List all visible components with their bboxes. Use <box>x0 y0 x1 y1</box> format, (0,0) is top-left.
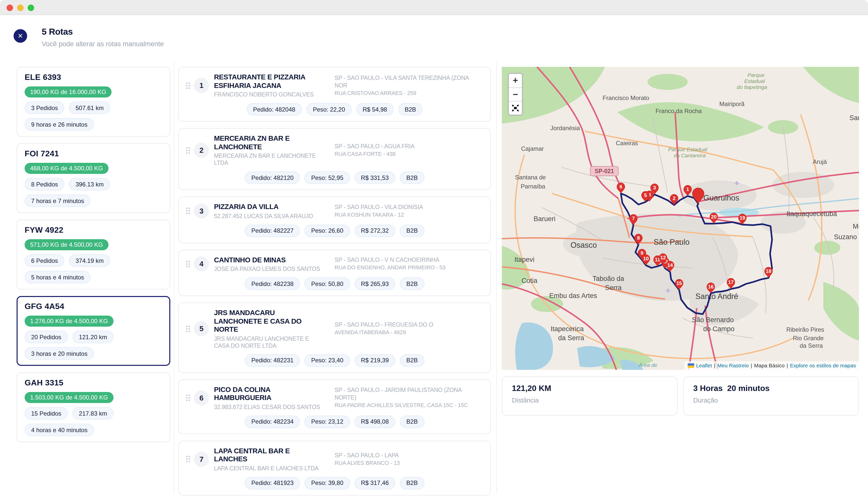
svg-text:Embu das Artes: Embu das Artes <box>549 292 597 300</box>
svg-text:San: San <box>850 114 859 122</box>
stop-card[interactable]: 2 MERCEARIA ZN BAR E LANCHONETE MERCEARI… <box>178 128 491 190</box>
svg-text:5: 5 <box>644 193 647 198</box>
leaflet-link[interactable]: Leaflet <box>696 362 712 368</box>
svg-text:do Campo: do Campo <box>703 325 735 333</box>
duration-chip: 9 horas e 26 minutos <box>25 118 94 131</box>
meu-rastreio-link[interactable]: Meu Rastreio <box>717 362 749 368</box>
capacity-badge: 468,00 KG de 4.500,00 KG <box>25 163 108 174</box>
stop-card[interactable]: 6 PICO DA COLINA HAMBURGUERIA 32.983.672… <box>178 379 491 434</box>
svg-text:São Bernardo: São Bernardo <box>692 316 734 324</box>
capacity-badge: 190,00 KG de 16.000,00 KG <box>25 87 112 97</box>
drag-handle-icon[interactable] <box>186 146 194 154</box>
stop-card[interactable]: 5 JRS MANDACARU LANCHONETE E CASA DO NOR… <box>178 302 491 372</box>
svg-text:Caieiras: Caieiras <box>616 140 638 146</box>
svg-text:12: 12 <box>660 255 666 260</box>
close-panel-button[interactable]: ✕ <box>14 29 27 43</box>
drag-handle-icon[interactable] <box>186 394 194 402</box>
route-card[interactable]: GAH 3315 1.503,00 KG de 4.500,00 KG 15 P… <box>16 372 170 442</box>
type-chip: B2B <box>400 277 424 290</box>
order-chip: Pedido: 482048 <box>246 103 302 116</box>
svg-text:Rio Grande: Rio Grande <box>793 335 824 341</box>
stop-card[interactable]: 1 RESTAURANTE E PIZZARIA ESFIHARIA JACAN… <box>178 67 491 122</box>
svg-text:Arujá: Arujá <box>813 158 827 165</box>
svg-text:2: 2 <box>672 196 676 201</box>
map-canvas[interactable]: SP-021 Francisco MoratoFranco da RochaMa… <box>502 67 859 370</box>
stop-card[interactable]: 3 PIZZARIA DA VILLA 52.287.452 LUCAS DA … <box>178 196 491 243</box>
svg-text:Mairiporã: Mairiporã <box>719 101 745 107</box>
route-card[interactable]: GFG 4A54 1.276,00 KG de 4.500,00 KG 20 P… <box>16 296 170 366</box>
svg-text:Barueri: Barueri <box>533 215 555 223</box>
order-chip: Pedido: 482227 <box>245 224 300 237</box>
svg-text:Ribeirão Pires: Ribeirão Pires <box>786 326 824 333</box>
minimize-window-button[interactable] <box>17 4 24 11</box>
stop-name: JRS MANDACARU LANCHONETE E CASA DO NORTE <box>214 309 323 333</box>
drag-handle-icon[interactable] <box>186 455 194 463</box>
route-map[interactable]: SP-021 Francisco MoratoFranco da RochaMa… <box>502 67 859 370</box>
svg-text:do Itapetinga: do Itapetinga <box>737 84 767 90</box>
route-card[interactable]: ELE 6393 190,00 KG de 16.000,00 KG 3 Ped… <box>16 67 170 137</box>
stop-customer: FRANCISCO NOBERTO GONCALVES <box>214 91 323 98</box>
stop-address: SP - SAO PAULO - VILA SANTA TEREZINHA (Z… <box>333 74 473 97</box>
fullscreen-icon <box>512 105 519 112</box>
drag-handle-icon[interactable] <box>186 260 194 268</box>
distance-chip: 374.19 km <box>69 254 110 267</box>
explore-styles-link[interactable]: Explore os estilos de mapas <box>790 362 856 368</box>
svg-text:7: 7 <box>632 215 635 221</box>
drag-handle-icon[interactable] <box>186 207 194 215</box>
svg-text:8: 8 <box>637 235 640 241</box>
svg-text:Parnaíba: Parnaíba <box>521 183 545 190</box>
orders-chip: 15 Pedidos <box>25 407 68 420</box>
route-card[interactable]: FOI 7241 468,00 KG de 4.500,00 KG 8 Pedi… <box>16 143 170 213</box>
value-chip: R$ 219,39 <box>355 354 395 367</box>
stop-card[interactable]: 4 CANTINHO DE MINAS JOSE DA PAIXAO LEMES… <box>178 249 491 296</box>
weight-chip: Peso: 22,20 <box>306 103 352 116</box>
zoom-window-button[interactable] <box>28 4 34 11</box>
svg-text:Santana de: Santana de <box>515 174 546 181</box>
distance-chip: 121.20 km <box>72 331 113 343</box>
svg-text:São Paulo: São Paulo <box>654 238 690 247</box>
svg-text:Osasco: Osasco <box>570 241 597 249</box>
route-card[interactable]: FYW 4922 571,00 KG de 4.500,00 KG 6 Pedi… <box>16 220 170 289</box>
stop-address: SP - SAO PAULO - LAPA RUA ALVES BRANCO -… <box>333 451 473 467</box>
weight-chip: Peso: 50,80 <box>305 277 350 290</box>
svg-text:17: 17 <box>728 279 734 285</box>
type-chip: B2B <box>398 103 423 116</box>
stop-number-badge: 1 <box>194 78 209 93</box>
drag-handle-icon[interactable] <box>186 82 194 89</box>
zoom-out-button[interactable]: − <box>509 88 522 101</box>
stop-number-badge: 4 <box>194 257 209 272</box>
value-chip: R$ 265,93 <box>355 277 395 290</box>
svg-text:10: 10 <box>643 256 649 261</box>
order-chip: Pedido: 482234 <box>245 415 300 428</box>
svg-text:16: 16 <box>708 284 713 289</box>
svg-text:Francisco Morato: Francisco Morato <box>602 94 649 101</box>
map-attribution: Leaflet | Meu Rastreio | Mapa Básico | E… <box>685 361 859 370</box>
stop-name: PIZZARIA DA VILLA <box>214 202 323 211</box>
svg-text:Mo: Mo <box>853 223 859 230</box>
stop-name: LAPA CENTRAL BAR E LANCHES <box>214 446 323 463</box>
svg-text:Franco da Rocha: Franco da Rocha <box>655 107 702 114</box>
drag-handle-icon[interactable] <box>186 325 194 333</box>
svg-text:1: 1 <box>686 186 689 192</box>
type-chip: B2B <box>400 171 424 184</box>
svg-text:9: 9 <box>640 250 643 256</box>
stop-card[interactable]: 7 LAPA CENTRAL BAR E LANCHES LAPA CENTRA… <box>178 441 491 495</box>
close-window-button[interactable] <box>6 4 13 11</box>
svg-text:da Serra: da Serra <box>558 334 585 342</box>
route-plate: GFG 4A54 <box>25 302 162 311</box>
weight-chip: Peso: 26,60 <box>305 224 350 237</box>
svg-text:19: 19 <box>740 215 745 221</box>
capacity-badge: 571,00 KG de 4.500,00 KG <box>25 239 108 250</box>
stop-customer: 52.287.452 LUCAS DA SILVA ARAUJO <box>214 212 323 219</box>
stop-number-badge: 7 <box>194 451 209 467</box>
zoom-in-button[interactable]: + <box>509 74 522 88</box>
stop-number-badge: 6 <box>194 390 209 405</box>
svg-text:14: 14 <box>667 262 673 268</box>
fullscreen-button[interactable] <box>509 101 522 115</box>
stop-address: SP - SAO PAULO - V N CACHOEIRINHA RUA DO… <box>333 257 473 272</box>
stop-customer: JRS MANDACARU LANCHONETE E CASA DO NORTE… <box>214 335 323 349</box>
type-chip: B2B <box>400 477 424 489</box>
stop-number-badge: 2 <box>194 143 209 158</box>
svg-text:Itapecerica: Itapecerica <box>550 325 584 333</box>
stop-customer: LAPA CENTRAL BAR E LANCHES LTDA <box>214 464 323 472</box>
